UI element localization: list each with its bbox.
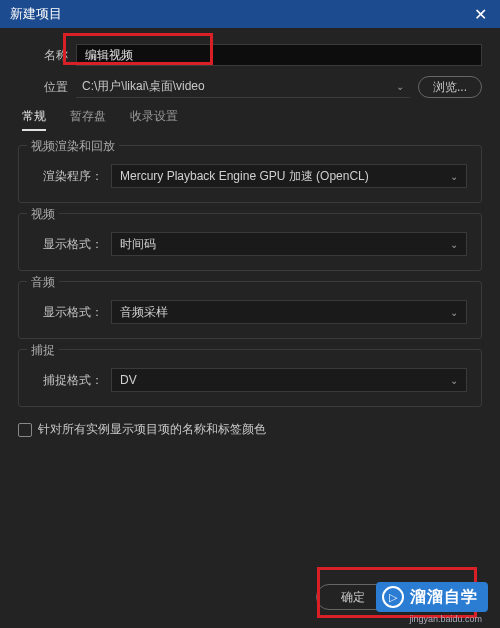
- capture-format-select[interactable]: DV ⌄: [111, 368, 467, 392]
- group-render: 视频渲染和回放 渲染程序： Mercury Playback Engine GP…: [18, 145, 482, 203]
- checkbox-icon[interactable]: [18, 423, 32, 437]
- show-names-checkbox-row[interactable]: 针对所有实例显示项目项的名称和标签颜色: [18, 421, 482, 438]
- checkbox-label: 针对所有实例显示项目项的名称和标签颜色: [38, 421, 266, 438]
- chevron-down-icon: ⌄: [450, 239, 458, 250]
- name-label: 名称: [18, 47, 68, 64]
- name-row: 名称: [18, 44, 482, 66]
- group-render-title: 视频渲染和回放: [27, 138, 119, 155]
- chevron-down-icon: ⌄: [450, 171, 458, 182]
- video-format-label: 显示格式：: [33, 236, 103, 253]
- chevron-down-icon: ⌄: [450, 307, 458, 318]
- tabs: 常规 暂存盘 收录设置: [18, 108, 482, 131]
- tab-ingest[interactable]: 收录设置: [130, 108, 178, 131]
- renderer-value: Mercury Playback Engine GPU 加速 (OpenCL): [120, 168, 369, 185]
- video-format-select[interactable]: 时间码 ⌄: [111, 232, 467, 256]
- group-video: 视频 显示格式： 时间码 ⌄: [18, 213, 482, 271]
- group-capture: 捕捉 捕捉格式： DV ⌄: [18, 349, 482, 407]
- browse-button[interactable]: 浏览...: [418, 76, 482, 98]
- watermark-badge: ▷ 溜溜自学: [376, 582, 488, 612]
- renderer-select[interactable]: Mercury Playback Engine GPU 加速 (OpenCL) …: [111, 164, 467, 188]
- dialog-title: 新建项目: [10, 5, 62, 23]
- video-format-value: 时间码: [120, 236, 156, 253]
- close-icon[interactable]: ✕: [470, 5, 490, 24]
- group-audio-title: 音频: [27, 274, 59, 291]
- location-row: 位置 C:\用户\likai\桌面\video ⌄ 浏览...: [18, 76, 482, 98]
- watermark-text: 溜溜自学: [410, 587, 478, 608]
- group-audio: 音频 显示格式： 音频采样 ⌄: [18, 281, 482, 339]
- group-video-title: 视频: [27, 206, 59, 223]
- capture-format-value: DV: [120, 373, 137, 387]
- group-capture-title: 捕捉: [27, 342, 59, 359]
- chevron-down-icon: ⌄: [396, 81, 404, 92]
- titlebar: 新建项目 ✕: [0, 0, 500, 28]
- watermark-sub: jingyan.baidu.com: [409, 614, 482, 624]
- location-value: C:\用户\likai\桌面\video: [82, 78, 205, 95]
- audio-format-select[interactable]: 音频采样 ⌄: [111, 300, 467, 324]
- dialog-content: 名称 位置 C:\用户\likai\桌面\video ⌄ 浏览... 常规 暂存…: [0, 28, 500, 438]
- tab-scratch[interactable]: 暂存盘: [70, 108, 106, 131]
- tab-general[interactable]: 常规: [22, 108, 46, 131]
- name-input[interactable]: [76, 44, 482, 66]
- play-icon: ▷: [382, 586, 404, 608]
- renderer-label: 渲染程序：: [33, 168, 103, 185]
- location-dropdown[interactable]: C:\用户\likai\桌面\video ⌄: [76, 76, 410, 98]
- capture-format-label: 捕捉格式：: [33, 372, 103, 389]
- audio-format-label: 显示格式：: [33, 304, 103, 321]
- audio-format-value: 音频采样: [120, 304, 168, 321]
- chevron-down-icon: ⌄: [450, 375, 458, 386]
- location-label: 位置: [18, 79, 68, 96]
